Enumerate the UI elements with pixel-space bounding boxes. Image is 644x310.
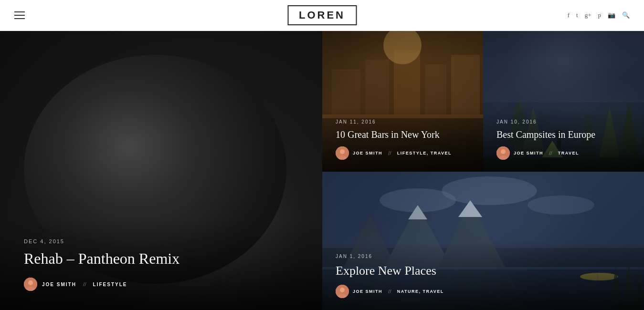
card-meta: JOE SMITH // TRAVEL — [496, 146, 631, 160]
featured-post[interactable]: DEC 4, 2015 Rehab – Pantheon Remix JOE S… — [0, 31, 322, 310]
featured-meta: JOE SMITH // LIFESTYLE — [24, 278, 298, 291]
card-author: JOE SMITH — [514, 151, 543, 155]
card-meta: JOE SMITH // LIFESTYLE, TRAVEL — [336, 146, 470, 160]
instagram-icon[interactable]: 📷 — [608, 11, 615, 19]
meta-divider: // — [388, 150, 391, 157]
svg-point-34 — [528, 196, 594, 215]
card-explore-places[interactable]: JAN 1, 2016 Explore New Places JOE SMITH… — [322, 172, 644, 310]
article-grid: JAN 11, 2016 10 Great Bars in New York J… — [322, 31, 644, 310]
meta-divider: // — [83, 281, 86, 288]
svg-point-1 — [28, 280, 33, 285]
card-categories: TRAVEL — [558, 151, 579, 155]
card-campsites-europe[interactable]: JAN 10, 2016 Best Campsites in Europe JO… — [483, 31, 644, 172]
card-date: JAN 1, 2016 — [336, 254, 631, 259]
card-author: JOE SMITH — [353, 151, 382, 155]
card-meta: JOE SMITH // NATURE, TRAVEL — [336, 285, 631, 298]
facebook-icon[interactable]: f — [568, 11, 570, 19]
card-bars-ny[interactable]: JAN 11, 2016 10 Great Bars in New York J… — [322, 31, 483, 172]
svg-rect-22 — [483, 31, 644, 103]
card-title: Explore New Places — [336, 263, 631, 279]
card-overlay: JAN 10, 2016 Best Campsites in Europe JO… — [483, 107, 644, 172]
card-categories: LIFESTYLE, TRAVEL — [397, 151, 452, 155]
featured-author: JOE SMITH — [42, 282, 76, 287]
meta-divider: // — [549, 150, 552, 157]
avatar — [496, 146, 510, 160]
card-author: JOE SMITH — [353, 289, 382, 294]
header-left — [14, 11, 25, 19]
card-title: 10 Great Bars in New York — [336, 128, 470, 141]
svg-point-33 — [442, 176, 537, 205]
card-date: JAN 10, 2016 — [496, 119, 631, 124]
search-icon[interactable]: 🔍 — [622, 11, 630, 19]
featured-category: LIFESTYLE — [93, 282, 127, 287]
featured-date: DEC 4, 2015 — [24, 238, 298, 244]
card-overlay: JAN 1, 2016 Explore New Places JOE SMITH… — [322, 242, 644, 310]
meta-divider: // — [388, 288, 391, 295]
card-date: JAN 11, 2016 — [336, 119, 470, 124]
googleplus-icon[interactable]: g+ — [585, 11, 591, 19]
hamburger-menu[interactable] — [14, 11, 25, 19]
featured-title: Rehab – Pantheon Remix — [24, 249, 298, 269]
card-title: Best Campsites in Europe — [496, 128, 631, 141]
site-header: LOREN f t g+ p 📷 🔍 — [0, 0, 644, 31]
svg-point-13 — [340, 149, 345, 154]
social-nav: f t g+ p 📷 🔍 — [568, 11, 630, 19]
card-overlay: JAN 11, 2016 10 Great Bars in New York J… — [322, 107, 483, 172]
header-center: LOREN — [287, 5, 357, 25]
avatar — [336, 285, 349, 298]
svg-point-28 — [501, 149, 506, 154]
card-categories: NATURE, TRAVEL — [397, 289, 444, 294]
twitter-icon[interactable]: t — [576, 11, 578, 19]
site-logo[interactable]: LOREN — [287, 5, 357, 25]
featured-overlay: DEC 4, 2015 Rehab – Pantheon Remix JOE S… — [0, 219, 322, 310]
main-content: DEC 4, 2015 Rehab – Pantheon Remix JOE S… — [0, 31, 644, 310]
avatar — [24, 278, 37, 291]
avatar — [336, 146, 349, 160]
svg-point-50 — [340, 288, 345, 292]
pinterest-icon[interactable]: p — [598, 11, 602, 19]
